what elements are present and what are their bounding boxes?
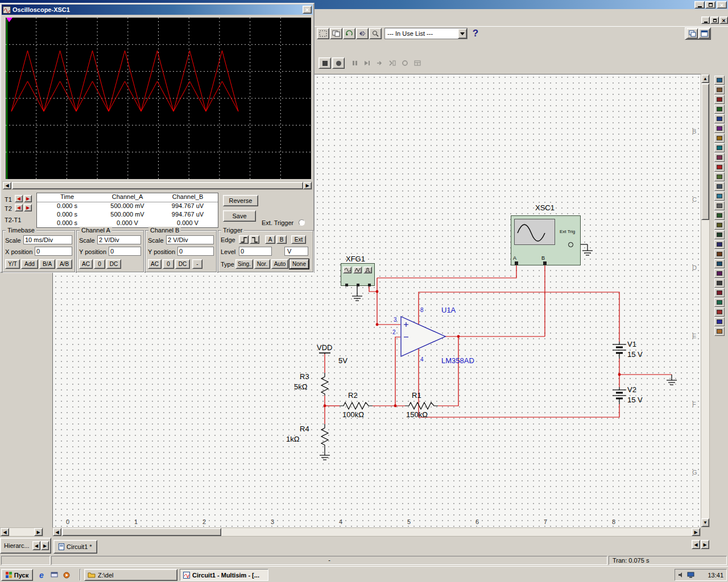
multimeter-icon[interactable] xyxy=(714,201,725,210)
scroll-left-button[interactable]: ◀ xyxy=(3,182,11,189)
trigger-level-unit[interactable]: V xyxy=(284,247,308,256)
tab-scroll-right-button[interactable]: ▶ xyxy=(701,540,709,549)
canvas-horizontal-scrollbar[interactable]: ◀ ▶ xyxy=(52,527,701,537)
scope-scrollbar[interactable]: ◀ ▶ xyxy=(2,181,312,190)
copy-button[interactable] xyxy=(330,28,342,39)
channel-b-scale-input[interactable] xyxy=(166,235,214,244)
combobox-dropdown-button[interactable] xyxy=(458,28,467,39)
oscilloscope-titlebar[interactable]: Oscilloscope-XSC1 × xyxy=(2,5,313,15)
tab-scroll-left-button[interactable]: ◀ xyxy=(692,540,700,549)
step-over-button[interactable] xyxy=(374,58,386,68)
timebase-scale-input[interactable] xyxy=(23,235,72,244)
word-generator-icon[interactable] xyxy=(714,250,725,259)
mdi-minimize-button[interactable] xyxy=(701,16,710,24)
t1-right-button[interactable]: ▶ xyxy=(24,195,32,202)
step-button[interactable] xyxy=(362,58,373,68)
selection-rect-button[interactable] xyxy=(317,28,329,39)
network-analyzer-icon[interactable] xyxy=(714,298,725,307)
t2-left-button[interactable]: ◀ xyxy=(15,204,23,211)
show-desktop-icon[interactable] xyxy=(49,570,59,580)
transistors-icon[interactable] xyxy=(714,105,725,114)
help-button[interactable]: ? xyxy=(470,27,481,40)
main-restore-button[interactable] xyxy=(705,1,715,9)
run-to-cursor-button[interactable] xyxy=(387,58,398,68)
tray-clock[interactable]: 13:41 xyxy=(708,572,723,579)
misc-components-icon[interactable] xyxy=(714,172,725,181)
cascade-windows-button[interactable] xyxy=(686,28,698,39)
task-button-zdel[interactable]: Z:\del xyxy=(84,569,177,581)
cursor-marker-icon[interactable] xyxy=(6,18,13,22)
timebase-xpos-input[interactable] xyxy=(35,247,72,256)
mode-ab-button[interactable]: A/B xyxy=(56,259,72,269)
trigger-type-nor-button[interactable]: Nor. xyxy=(254,259,270,269)
mode-add-button[interactable]: Add xyxy=(21,259,38,269)
media-player-icon[interactable] xyxy=(61,570,72,580)
t1-left-button[interactable]: ◀ xyxy=(15,195,23,202)
mode-yt-button[interactable]: Y/T xyxy=(5,259,20,269)
channel-b-ypos-input[interactable] xyxy=(177,247,214,256)
indicators-icon[interactable] xyxy=(714,163,725,172)
power-source-icon[interactable] xyxy=(714,76,725,85)
reverse-button[interactable]: Reverse xyxy=(223,195,258,206)
hierarchy-next-button[interactable]: ▶ xyxy=(41,541,49,550)
rotate-button[interactable] xyxy=(343,28,355,39)
channel-a-scale-input[interactable] xyxy=(97,235,141,244)
task-button-multisim[interactable]: Circuit1 - Multisim - [... xyxy=(180,569,268,581)
trigger-type-auto-button[interactable]: Auto xyxy=(271,259,288,269)
scroll-right-button[interactable]: ▶ xyxy=(34,528,43,536)
scroll-right-button[interactable]: ▶ xyxy=(303,182,312,189)
analog-components-icon[interactable] xyxy=(714,114,725,123)
distortion-analyzer-icon[interactable] xyxy=(714,278,725,288)
t2-right-button[interactable]: ▶ xyxy=(24,204,32,211)
channel-a-ypos-input[interactable] xyxy=(109,247,141,256)
in-use-list-combobox[interactable]: --- In Use List --- xyxy=(384,28,468,39)
logic-analyzer-icon[interactable] xyxy=(714,259,725,268)
diodes-icon[interactable] xyxy=(714,95,725,104)
start-button[interactable]: Пуск xyxy=(1,569,33,581)
channel-a-ac-button[interactable]: AC xyxy=(79,259,93,269)
scope-scroll-thumb[interactable] xyxy=(12,182,303,189)
vertical-scroll-thumb[interactable] xyxy=(701,84,709,220)
run-simulation-button[interactable] xyxy=(332,57,345,69)
stop-simulation-button[interactable] xyxy=(318,57,331,69)
breakpoints-button[interactable] xyxy=(399,58,411,68)
channel-b-invert-button[interactable]: - xyxy=(192,259,202,269)
logic-converter-icon[interactable] xyxy=(714,269,725,278)
mode-ba-button[interactable]: B/A xyxy=(39,259,55,269)
hierarchy-prev-button[interactable]: ◀ xyxy=(32,541,40,550)
ext-trigger-radio[interactable] xyxy=(299,219,305,226)
channel-a-dc-button[interactable]: DC xyxy=(106,259,121,269)
rising-edge-button[interactable] xyxy=(239,235,249,244)
volume-icon[interactable] xyxy=(678,572,685,578)
wattmeter-icon[interactable] xyxy=(714,221,725,230)
trigger-source-a-button[interactable]: A xyxy=(265,235,275,244)
toolbox-horizontal-scrollbar[interactable]: ◀ ▶ xyxy=(0,527,43,537)
channel-b-zero-button[interactable]: 0 xyxy=(163,259,174,269)
scroll-right-button[interactable]: ▶ xyxy=(692,528,700,536)
cmos-icon[interactable] xyxy=(714,134,725,143)
electromechanical-icon[interactable] xyxy=(714,182,725,191)
mdi-close-button[interactable]: × xyxy=(719,16,728,24)
trigger-type-sing-button[interactable]: Sing. xyxy=(235,259,253,269)
oscilloscope-close-button[interactable]: × xyxy=(303,6,312,14)
save-button[interactable]: Save xyxy=(223,210,256,222)
postprocessor-icon[interactable] xyxy=(714,327,725,336)
mdi-restore-button[interactable] xyxy=(710,16,719,24)
trigger-type-none-button[interactable]: None xyxy=(289,259,309,269)
trigger-source-b-button[interactable]: B xyxy=(276,235,287,244)
flip-horizontal-button[interactable] xyxy=(356,28,369,39)
function-generator-icon[interactable] xyxy=(714,211,725,220)
rf-components-icon[interactable] xyxy=(714,192,725,201)
new-window-button[interactable] xyxy=(698,28,710,39)
main-close-button[interactable]: × xyxy=(717,1,727,9)
falling-edge-button[interactable] xyxy=(250,235,259,244)
horizontal-scroll-thumb[interactable] xyxy=(62,528,221,536)
scroll-left-button[interactable]: ◀ xyxy=(1,528,9,536)
tab-circuit1[interactable]: Circuit1 * xyxy=(53,540,97,554)
simulate-switch-icon[interactable] xyxy=(714,307,725,317)
main-minimize-button[interactable] xyxy=(694,1,705,9)
scroll-up-button[interactable]: ▲ xyxy=(701,74,709,83)
analyses-icon[interactable] xyxy=(714,317,725,326)
oscilloscope-icon[interactable] xyxy=(714,230,725,239)
pause-button[interactable] xyxy=(349,58,361,68)
